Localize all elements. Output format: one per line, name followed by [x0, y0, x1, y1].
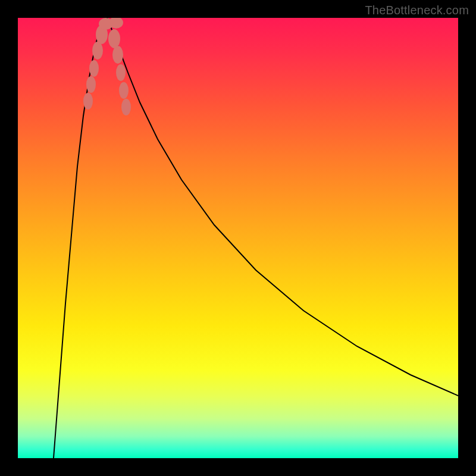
data-blob	[121, 99, 131, 115]
data-blob	[116, 64, 126, 81]
data-blob	[119, 82, 129, 99]
data-blob	[108, 29, 120, 48]
curve-layer	[18, 18, 458, 458]
data-blob	[83, 93, 93, 109]
data-blob	[89, 60, 99, 77]
data-blob	[92, 42, 103, 60]
data-blob	[112, 46, 123, 64]
plot-area	[18, 18, 458, 458]
chart-frame: TheBottleneck.com	[0, 0, 476, 476]
watermark-text: TheBottleneck.com	[365, 4, 469, 17]
data-blob	[86, 76, 96, 93]
right-branch-curve	[107, 18, 458, 396]
left-branch-curve	[54, 18, 107, 458]
data-blobs	[83, 18, 131, 115]
